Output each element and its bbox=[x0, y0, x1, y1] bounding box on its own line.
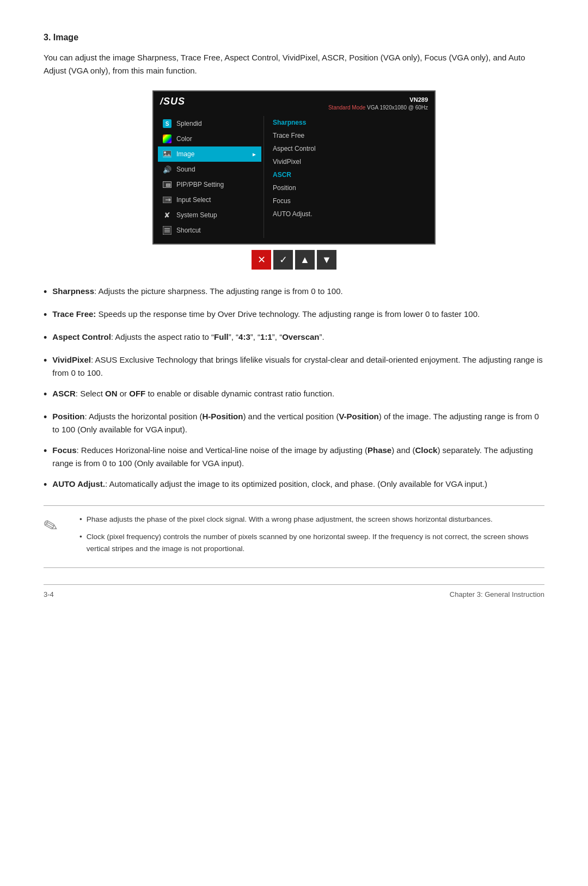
svg-point-3 bbox=[164, 151, 166, 154]
right-item-ascr[interactable]: ASCR bbox=[270, 168, 430, 181]
right-item-sharpness[interactable]: Sharpness bbox=[270, 116, 430, 129]
chapter-title: Chapter 3: General Instruction bbox=[450, 590, 544, 598]
image-arrow: ► bbox=[252, 151, 257, 157]
bullet-autoadjust: AUTO Adjust.: Automatically adjust the i… bbox=[44, 478, 544, 493]
right-item-autoadjust[interactable]: AUTO Adjust. bbox=[270, 207, 430, 221]
input-label: Input Select bbox=[176, 196, 257, 204]
monitor-header: /SUS VN289 Standard Mode VGA 1920x1080 @… bbox=[154, 91, 434, 114]
input-icon bbox=[162, 195, 172, 205]
nav-confirm-button[interactable]: ✓ bbox=[273, 250, 293, 270]
right-item-aspectcontrol[interactable]: Aspect Control bbox=[270, 142, 430, 155]
pencil-icon: ✎ bbox=[41, 515, 61, 539]
menu-item-shortcut[interactable]: Shortcut bbox=[158, 223, 261, 238]
monitor-info: VN289 Standard Mode VGA 1920x1080 @ 60Hz bbox=[328, 96, 428, 112]
feature-list: Sharpness: Adjusts the picture sharpness… bbox=[44, 285, 544, 492]
note-content: Phase adjusts the phase of the pixel clo… bbox=[79, 514, 544, 560]
sound-label: Sound bbox=[176, 166, 257, 173]
page-number: 3-4 bbox=[44, 590, 54, 598]
svg-rect-9 bbox=[164, 230, 170, 231]
bullet-aspectcontrol: Aspect Control: Adjusts the aspect ratio… bbox=[44, 331, 544, 346]
menu-item-sound[interactable]: 🔊 Sound bbox=[158, 162, 261, 177]
menu-item-pip[interactable]: PIP/PBP Setting bbox=[158, 177, 261, 192]
bullet-vividpixel: VividPixel: ASUS Exclusive Technology th… bbox=[44, 353, 544, 380]
bullet-position: Position: Adjusts the horizontal positio… bbox=[44, 410, 544, 436]
bullet-sharpness: Sharpness: Adjusts the picture sharpness… bbox=[44, 285, 544, 300]
image-icon bbox=[162, 149, 172, 159]
right-item-tracefree[interactable]: Trace Free bbox=[270, 129, 430, 142]
nav-down-button[interactable]: ▼ bbox=[317, 250, 336, 270]
menu-item-color[interactable]: Color bbox=[158, 131, 261, 146]
nav-up-button[interactable]: ▲ bbox=[295, 250, 315, 270]
color-icon bbox=[162, 134, 172, 144]
svg-rect-8 bbox=[164, 228, 170, 229]
svg-rect-10 bbox=[164, 231, 170, 233]
menu-item-image[interactable]: Image ► bbox=[158, 146, 261, 162]
pip-icon bbox=[162, 180, 172, 190]
note-box: ✎ Phase adjusts the phase of the pixel c… bbox=[44, 505, 544, 568]
right-menu: Sharpness Trace Free Aspect Control Vivi… bbox=[264, 116, 430, 238]
bullet-tracefree: Trace Free: Speeds up the response time … bbox=[44, 308, 544, 323]
splendid-label: Splendid bbox=[176, 120, 257, 127]
bullet-ascr: ASCR: Select ON or OFF to enable or disa… bbox=[44, 387, 544, 402]
menu-container: S Splendid Color Image ► 🔊 bbox=[154, 114, 434, 243]
mode-info: Standard Mode VGA 1920x1080 @ 60Hz bbox=[328, 104, 428, 112]
pip-label: PIP/PBP Setting bbox=[176, 181, 257, 188]
right-item-focus[interactable]: Focus bbox=[270, 194, 430, 207]
note-clock: Clock (pixel frequency) controls the num… bbox=[79, 531, 544, 554]
menu-item-input[interactable]: Input Select bbox=[158, 192, 261, 207]
model-name: VN289 bbox=[328, 96, 428, 104]
right-item-position[interactable]: Position bbox=[270, 181, 430, 194]
bullet-focus: Focus: Reduces Horizonal-line noise and … bbox=[44, 444, 544, 470]
note-icon: ✎ bbox=[44, 514, 71, 560]
right-item-vividpixel[interactable]: VividPixel bbox=[270, 155, 430, 168]
left-menu: S Splendid Color Image ► 🔊 bbox=[158, 116, 261, 238]
menu-item-system[interactable]: ✘ System Setup bbox=[158, 207, 261, 223]
splendid-icon: S bbox=[162, 119, 172, 129]
system-icon: ✘ bbox=[162, 210, 172, 220]
system-label: System Setup bbox=[176, 211, 257, 219]
nav-buttons: ✕ ✓ ▲ ▼ bbox=[252, 250, 336, 270]
asus-logo: /SUS bbox=[160, 96, 185, 107]
menu-item-splendid[interactable]: S Splendid bbox=[158, 116, 261, 131]
color-label: Color bbox=[176, 135, 257, 143]
monitor-ui-wrapper: /SUS VN289 Standard Mode VGA 1920x1080 @… bbox=[44, 90, 544, 270]
sound-icon: 🔊 bbox=[162, 164, 172, 174]
shortcut-label: Shortcut bbox=[176, 227, 257, 234]
section-heading: 3. Image bbox=[44, 33, 544, 42]
nav-close-button[interactable]: ✕ bbox=[252, 250, 271, 270]
intro-paragraph: You can adjust the image Sharpness, Trac… bbox=[44, 51, 544, 77]
shortcut-icon bbox=[162, 225, 172, 235]
page-footer: 3-4 Chapter 3: General Instruction bbox=[44, 584, 544, 598]
mode-detail: VGA 1920x1080 @ 60Hz bbox=[367, 105, 428, 111]
image-label: Image bbox=[176, 150, 247, 158]
note-phase: Phase adjusts the phase of the pixel clo… bbox=[79, 514, 544, 526]
monitor-ui: /SUS VN289 Standard Mode VGA 1920x1080 @… bbox=[152, 90, 436, 245]
